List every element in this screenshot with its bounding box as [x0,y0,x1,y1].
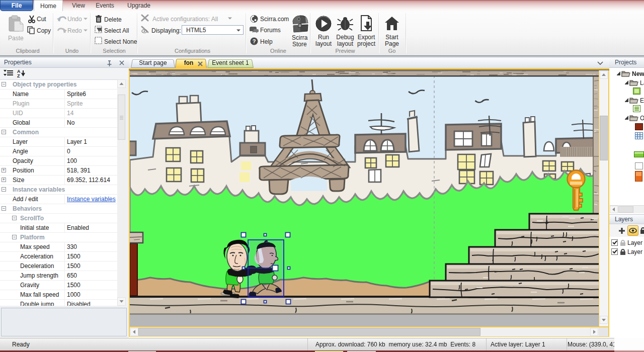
svg-text:?: ? [253,38,256,44]
svg-text:Z: Z [17,73,20,78]
